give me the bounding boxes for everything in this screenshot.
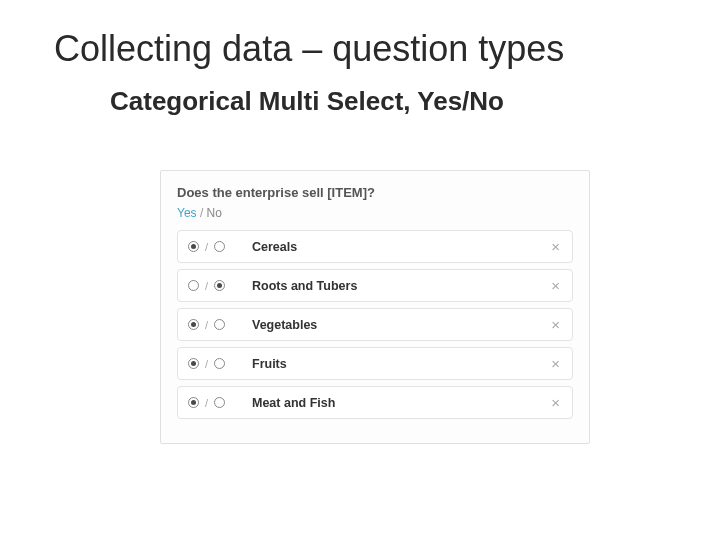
- radio-group: /: [188, 319, 240, 331]
- option-label: Vegetables: [252, 318, 549, 332]
- radio-slash: /: [205, 358, 208, 370]
- radio-slash: /: [205, 319, 208, 331]
- radio-no[interactable]: [214, 397, 225, 408]
- option-label: Roots and Tubers: [252, 279, 549, 293]
- remove-option-button[interactable]: ×: [549, 278, 562, 293]
- option-row: /Roots and Tubers×: [177, 269, 573, 302]
- yes-no-header: Yes / No: [177, 206, 573, 220]
- header-slash: /: [200, 206, 207, 220]
- radio-yes[interactable]: [188, 319, 199, 330]
- remove-option-button[interactable]: ×: [549, 317, 562, 332]
- radio-no[interactable]: [214, 358, 225, 369]
- radio-yes[interactable]: [188, 358, 199, 369]
- radio-no[interactable]: [214, 319, 225, 330]
- radio-no[interactable]: [214, 241, 225, 252]
- option-row: /Meat and Fish×: [177, 386, 573, 419]
- radio-group: /: [188, 397, 240, 409]
- option-label: Cereals: [252, 240, 549, 254]
- radio-yes[interactable]: [188, 241, 199, 252]
- radio-group: /: [188, 358, 240, 370]
- radio-yes[interactable]: [188, 280, 199, 291]
- option-label: Fruits: [252, 357, 549, 371]
- option-row: /Cereals×: [177, 230, 573, 263]
- radio-no[interactable]: [214, 280, 225, 291]
- radio-group: /: [188, 241, 240, 253]
- option-row: /Vegetables×: [177, 308, 573, 341]
- radio-slash: /: [205, 397, 208, 409]
- yes-header-label: Yes: [177, 206, 197, 220]
- remove-option-button[interactable]: ×: [549, 239, 562, 254]
- radio-slash: /: [205, 241, 208, 253]
- question-text: Does the enterprise sell [ITEM]?: [177, 185, 573, 200]
- remove-option-button[interactable]: ×: [549, 356, 562, 371]
- option-row: /Fruits×: [177, 347, 573, 380]
- slide-title: Collecting data – question types: [0, 0, 720, 70]
- no-header-label: No: [207, 206, 222, 220]
- radio-group: /: [188, 280, 240, 292]
- radio-slash: /: [205, 280, 208, 292]
- slide-subtitle: Categorical Multi Select, Yes/No: [0, 70, 720, 117]
- option-label: Meat and Fish: [252, 396, 549, 410]
- radio-yes[interactable]: [188, 397, 199, 408]
- question-form-panel: Does the enterprise sell [ITEM]? Yes / N…: [160, 170, 590, 444]
- remove-option-button[interactable]: ×: [549, 395, 562, 410]
